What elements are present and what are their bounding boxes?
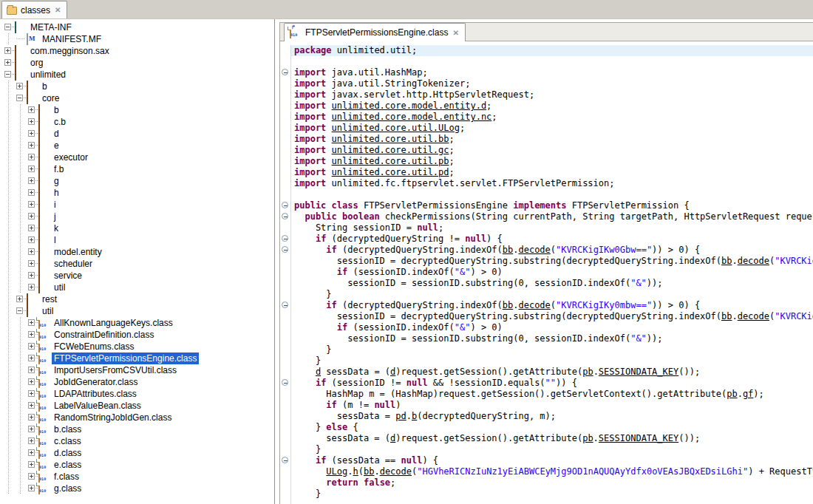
tree-item[interactable]: e xyxy=(0,140,274,151)
expand-icon[interactable] xyxy=(28,319,35,326)
code-link[interactable]: decode xyxy=(738,256,769,266)
fold-marker-icon[interactable] xyxy=(282,457,288,463)
expand-icon[interactable] xyxy=(28,260,35,267)
tree-item[interactable]: 010g.class xyxy=(0,483,274,494)
code-link[interactable]: SESSIONDATA_KEY xyxy=(599,433,678,443)
close-icon[interactable]: ✕ xyxy=(452,29,459,37)
expand-icon[interactable] xyxy=(28,177,35,184)
collapse-icon[interactable] xyxy=(4,24,11,30)
expand-icon[interactable] xyxy=(28,343,35,350)
collapse-icon[interactable] xyxy=(4,71,11,78)
expand-icon[interactable] xyxy=(28,437,35,444)
code-editor[interactable]: package unlimited.util;import java.util.… xyxy=(279,41,813,504)
code-link[interactable]: SESSIONDATA_KEY xyxy=(599,367,678,377)
expand-icon[interactable] xyxy=(28,367,35,373)
expand-icon[interactable] xyxy=(28,166,35,172)
code-link[interactable]: unlimited.core.util.bb xyxy=(332,134,449,144)
tree-item[interactable]: 010ImportUsersFromCSVUtil.class xyxy=(0,364,274,376)
expand-icon[interactable] xyxy=(28,426,35,432)
tree-item-label[interactable]: RandomStringJobIdGen.class xyxy=(52,412,174,423)
expand-icon[interactable] xyxy=(28,118,35,125)
tree-item-label[interactable]: rest xyxy=(40,293,59,305)
tree-item-label[interactable]: b xyxy=(40,81,50,92)
tree-item-label[interactable]: c.b xyxy=(52,116,68,128)
collapse-icon[interactable] xyxy=(16,307,23,314)
code-link[interactable]: bb xyxy=(503,300,513,310)
expand-icon[interactable] xyxy=(16,296,23,302)
tree-item-label[interactable]: d xyxy=(52,128,61,140)
code-link[interactable]: pb xyxy=(582,433,593,443)
tree-item[interactable]: d xyxy=(0,128,274,140)
tree-item[interactable]: g xyxy=(0,175,274,187)
tree-item[interactable]: util xyxy=(0,305,274,317)
code-link[interactable]: pb xyxy=(727,389,737,399)
code-link[interactable]: unlimited.core.util.pd xyxy=(332,167,449,177)
tree-item-label[interactable]: f.class xyxy=(52,471,81,483)
tree-item[interactable]: executor xyxy=(0,151,274,163)
code-link[interactable]: decode xyxy=(380,466,412,477)
code-link[interactable]: unlimited.core.util.pb xyxy=(332,156,449,166)
expand-icon[interactable] xyxy=(28,225,35,231)
expand-icon[interactable] xyxy=(28,485,35,491)
tree-item[interactable]: META-INF xyxy=(0,21,274,33)
tree-item[interactable]: rest xyxy=(0,293,274,305)
code-link[interactable]: bb xyxy=(721,311,732,321)
expand-icon[interactable] xyxy=(4,59,11,66)
tab-classes[interactable]: classes ✕ xyxy=(1,1,67,18)
tree-item[interactable]: 010ConstraintDefinition.class xyxy=(0,329,274,341)
tree-item[interactable]: org xyxy=(0,57,274,69)
tree-item[interactable]: b xyxy=(0,104,274,116)
code-link[interactable]: pd xyxy=(395,411,406,421)
code-link[interactable]: bb xyxy=(721,256,732,266)
tree-item[interactable]: 010c.class xyxy=(0,435,274,447)
tree-item-label[interactable]: core xyxy=(40,92,61,104)
tree-item[interactable]: 010AllKnownLanguageKeys.class xyxy=(0,317,274,329)
tree-item-label[interactable]: f.b xyxy=(52,163,66,175)
code-link[interactable]: gf xyxy=(743,389,753,399)
expand-icon[interactable] xyxy=(28,236,35,243)
expand-icon[interactable] xyxy=(28,248,35,255)
tree-item[interactable]: 010RandomStringJobIdGen.class xyxy=(0,412,274,423)
close-icon[interactable]: ✕ xyxy=(54,6,61,14)
tree-item-label[interactable]: j xyxy=(52,211,58,222)
tree-item[interactable]: 010LabelValueBean.class xyxy=(0,400,274,412)
tree-item-label[interactable]: c.class xyxy=(52,435,84,447)
expand-icon[interactable] xyxy=(28,272,35,279)
tree-item-label[interactable]: i xyxy=(52,199,58,211)
tree-item-label[interactable]: MANIFEST.MF xyxy=(40,33,103,45)
tree-item-label[interactable]: l xyxy=(52,234,58,246)
expand-icon[interactable] xyxy=(28,189,35,196)
tree-item[interactable]: 010LDAPAttributes.class xyxy=(0,388,274,400)
expand-icon[interactable] xyxy=(28,154,35,160)
tree-item[interactable]: MMANIFEST.MF xyxy=(0,33,274,45)
fold-marker-icon[interactable] xyxy=(282,69,288,75)
code-link[interactable]: unlimited.core.model.entity.d xyxy=(332,101,487,111)
tree-item[interactable]: unlimited xyxy=(0,69,274,81)
code-link[interactable]: unlimited.core.util.gc xyxy=(332,145,449,155)
tree-item[interactable]: f.b xyxy=(0,163,274,175)
code-link[interactable]: decode xyxy=(518,245,550,255)
expand-icon[interactable] xyxy=(28,461,35,468)
expand-icon[interactable] xyxy=(28,284,35,290)
tab-ftpservletpermissionsengine[interactable]: ↱010 FTPServletPermissionsEngine.class ✕ xyxy=(284,23,466,41)
tree-item-label[interactable]: scheduler xyxy=(52,258,95,270)
tree-item-label[interactable]: LabelValueBean.class xyxy=(52,400,143,412)
tree-item-label[interactable]: model.entity xyxy=(52,246,104,258)
collapse-icon[interactable] xyxy=(16,95,23,101)
tree-item-label[interactable]: JobIdGenerator.class xyxy=(52,376,140,388)
code-link[interactable]: bb xyxy=(364,466,374,477)
expand-icon[interactable] xyxy=(28,213,35,219)
tree-item[interactable]: service xyxy=(0,270,274,282)
tree-item-label[interactable]: com.megginson.sax xyxy=(28,45,112,57)
tree-item[interactable]: core xyxy=(0,92,274,104)
code-link[interactable]: bb xyxy=(503,245,513,255)
tree-item[interactable]: h xyxy=(0,187,274,199)
fold-marker-icon[interactable] xyxy=(282,235,288,242)
fold-marker-icon[interactable] xyxy=(282,302,288,308)
expand-icon[interactable] xyxy=(28,331,35,338)
tree-item-label[interactable]: META-INF xyxy=(28,21,74,33)
tree-item-label[interactable]: util xyxy=(52,282,67,293)
fold-marker-icon[interactable] xyxy=(282,202,288,208)
fold-marker-icon[interactable] xyxy=(282,379,288,386)
tree-item[interactable]: 010e.class xyxy=(0,459,274,471)
